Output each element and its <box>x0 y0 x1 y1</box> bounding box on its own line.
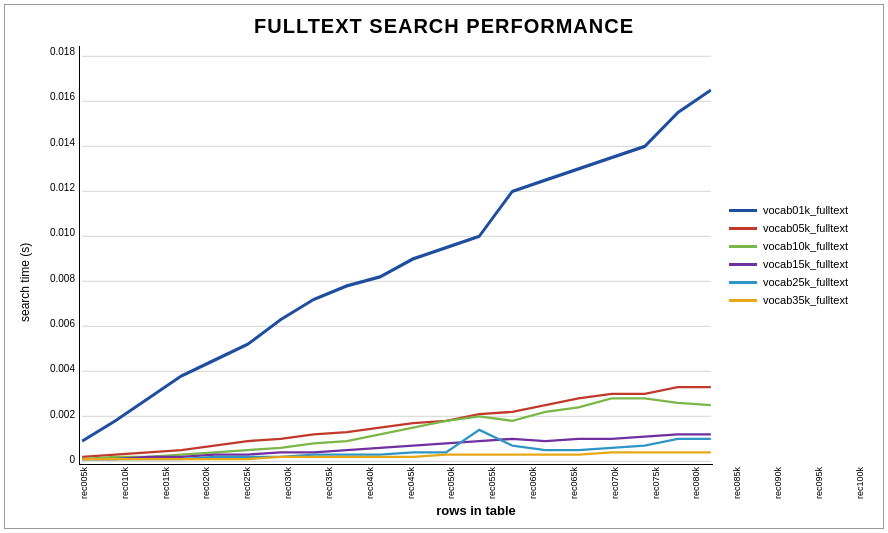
legend-item: vocab05k_fulltext <box>729 222 863 234</box>
x-label: rec065k <box>569 467 587 499</box>
x-label: rec010k <box>120 467 138 499</box>
x-labels: rec005krec010krec015krec020krec025krec03… <box>37 467 873 499</box>
x-label: rec060k <box>528 467 546 499</box>
y-tick: 0.018 <box>50 46 75 57</box>
x-label: rec090k <box>773 467 791 499</box>
y-tick: 0.016 <box>50 91 75 102</box>
legend-item: vocab01k_fulltext <box>729 204 863 216</box>
y-tick: 0.014 <box>50 137 75 148</box>
x-label: rec055k <box>487 467 505 499</box>
y-ticks: 00.0020.0040.0060.0080.0100.0120.0140.01… <box>37 46 79 465</box>
x-label: rec100k <box>855 467 873 499</box>
x-label: rec005k <box>79 467 97 499</box>
plot-with-yaxis: 00.0020.0040.0060.0080.0100.0120.0140.01… <box>37 46 873 465</box>
x-label: rec015k <box>161 467 179 499</box>
y-tick: 0.004 <box>50 363 75 374</box>
x-label: rec025k <box>242 467 260 499</box>
y-tick: 0.002 <box>50 409 75 420</box>
chart-body: search time (s) 00.0020.0040.0060.0080.0… <box>15 46 873 518</box>
x-axis-title: rows in table <box>37 503 873 518</box>
y-axis-label: search time (s) <box>15 46 35 518</box>
x-label: rec040k <box>365 467 383 499</box>
legend-item: vocab10k_fulltext <box>729 240 863 252</box>
x-label: rec070k <box>610 467 628 499</box>
x-label: rec080k <box>691 467 709 499</box>
x-label: rec035k <box>324 467 342 499</box>
legend-label: vocab15k_fulltext <box>763 258 848 270</box>
x-label: rec020k <box>201 467 219 499</box>
y-tick: 0.010 <box>50 227 75 238</box>
legend-item: vocab15k_fulltext <box>729 258 863 270</box>
legend-color <box>729 281 757 284</box>
y-tick: 0 <box>69 454 75 465</box>
legend: vocab01k_fulltextvocab05k_fulltextvocab1… <box>713 46 873 465</box>
legend-color <box>729 209 757 212</box>
y-tick: 0.012 <box>50 182 75 193</box>
legend-label: vocab05k_fulltext <box>763 222 848 234</box>
svg-area <box>79 46 713 465</box>
x-label: rec075k <box>651 467 669 499</box>
legend-label: vocab25k_fulltext <box>763 276 848 288</box>
chart-title: FULLTEXT SEARCH PERFORMANCE <box>254 15 634 38</box>
legend-label: vocab01k_fulltext <box>763 204 848 216</box>
x-label: rec050k <box>446 467 464 499</box>
x-label: rec095k <box>814 467 832 499</box>
legend-color <box>729 245 757 248</box>
legend-item: vocab35k_fulltext <box>729 294 863 306</box>
y-tick: 0.006 <box>50 318 75 329</box>
legend-label: vocab35k_fulltext <box>763 294 848 306</box>
x-label: rec085k <box>732 467 750 499</box>
legend-color <box>729 263 757 266</box>
legend-color <box>729 227 757 230</box>
y-tick: 0.008 <box>50 273 75 284</box>
legend-color <box>729 299 757 302</box>
x-label: rec030k <box>283 467 301 499</box>
chart-container: FULLTEXT SEARCH PERFORMANCE search time … <box>4 4 884 529</box>
x-label: rec045k <box>406 467 424 499</box>
legend-label: vocab10k_fulltext <box>763 240 848 252</box>
legend-item: vocab25k_fulltext <box>729 276 863 288</box>
chart-plot-area: 00.0020.0040.0060.0080.0100.0120.0140.01… <box>37 46 873 518</box>
